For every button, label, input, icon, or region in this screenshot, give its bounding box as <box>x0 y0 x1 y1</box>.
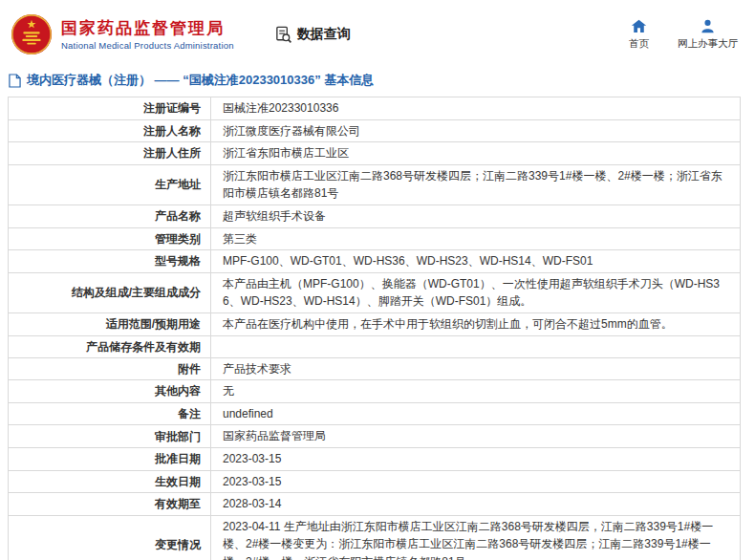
nav-home[interactable]: 首页 <box>629 18 649 51</box>
table-row: 型号规格 MPF-G100、WD-GT01、WD-HS36、WD-HS23、WD… <box>9 250 741 273</box>
nav-hall-label: 网上办事大厅 <box>678 37 738 51</box>
table-row: 适用范围/预期用途 本产品在医疗机构中使用，在手术中用于软组织的切割止血，可闭合… <box>9 312 741 335</box>
row-value: MPF-G100、WD-GT01、WD-HS36、WD-HS23、WD-HS14… <box>211 250 741 273</box>
row-value: 2023-03-15 <box>211 470 741 493</box>
org-names: 国家药品监督管理局 National Medical Products Admi… <box>61 18 234 50</box>
row-label-text: 审批部门 <box>155 430 201 443</box>
row-label-text: 生产地址 <box>155 178 201 191</box>
table-row: 批准日期 2023-03-15 <box>9 447 741 470</box>
row-value: 浙江省东阳市横店工业区 <box>211 142 741 165</box>
row-label: 备注 <box>9 402 211 425</box>
row-value: 国械注准20233010336 <box>211 97 741 120</box>
row-value: 浙江微度医疗器械有限公司 <box>211 119 741 142</box>
row-label: 有效期至 <box>9 493 211 516</box>
table-row: 注册人名称 浙江微度医疗器械有限公司 <box>9 119 741 142</box>
data-query-icon <box>274 26 292 44</box>
row-label: 附件 <box>9 357 211 380</box>
row-label: 产品名称 <box>9 205 211 227</box>
home-icon <box>631 18 647 34</box>
row-value: 本产品由主机（MPF-G100）、换能器（WD-GT01）、一次性使用超声软组织… <box>211 272 741 312</box>
table-row: 有效期至 2028-03-14 <box>9 493 741 516</box>
table-row: 生产地址 浙江东阳市横店工业区江南二路368号研发楼四层；江南二路339号1#楼… <box>9 164 741 205</box>
document-icon <box>9 74 21 88</box>
row-label-text: 其他内容 <box>155 384 201 398</box>
row-label: 注册人名称 <box>9 119 211 142</box>
info-table-body: 注册证编号 国械注准20233010336 注册人名称 浙江微度医疗器械有限公司… <box>9 97 741 560</box>
row-value: 本产品在医疗机构中使用，在手术中用于软组织的切割止血，可闭合不超过5mm的血管。 <box>211 312 741 335</box>
row-label-text: 型号规格 <box>155 254 201 268</box>
row-label-text: 生效日期 <box>155 475 201 488</box>
data-query-label: 数据查询 <box>297 26 351 43</box>
row-value <box>211 335 741 357</box>
page-title-bar: 境内医疗器械（注册） —— “国械注准20233010336” 基本信息 <box>0 65 755 95</box>
table-row: 产品储存条件及有效期 <box>9 335 741 357</box>
row-value: 产品技术要求 <box>211 357 741 380</box>
row-value: 第三类 <box>211 227 741 250</box>
table-row: 变更情况 2023-04-11 生产地址由浙江东阳市横店工业区江南二路368号研… <box>9 515 741 560</box>
table-row: 审批部门 国家药品监督管理局 <box>9 425 741 448</box>
row-label: 注册人住所 <box>9 142 211 165</box>
row-value: 国家药品监督管理局 <box>211 425 741 448</box>
table-row: 注册人住所 浙江省东阳市横店工业区 <box>9 142 741 165</box>
table-row: 生效日期 2023-03-15 <box>9 470 741 493</box>
row-label: 型号规格 <box>9 250 211 273</box>
row-label-text: 结构及组成/主要组成成分 <box>72 286 201 299</box>
row-value: undefined <box>211 402 741 425</box>
table-row: 注册证编号 国械注准20233010336 <box>9 97 741 120</box>
row-label: 生产地址 <box>9 164 211 205</box>
row-value: 浙江东阳市横店工业区江南二路368号研发楼四层；江南二路339号1#楼一楼、2#… <box>211 164 741 205</box>
row-label: 管理类别 <box>9 227 211 250</box>
row-value: 超声软组织手术设备 <box>211 205 741 227</box>
row-value: 2023-03-15 <box>211 447 741 470</box>
row-label-text: 备注 <box>178 407 201 420</box>
row-label: 其他内容 <box>9 380 211 403</box>
row-label-text: 产品储存条件及有效期 <box>86 340 201 354</box>
table-row: 附件 产品技术要求 <box>9 357 741 380</box>
table-row: 其他内容 无 <box>9 380 741 403</box>
row-label-text: 注册人住所 <box>143 146 201 160</box>
person-icon <box>700 18 716 34</box>
nav-home-label: 首页 <box>629 37 649 51</box>
row-label-text: 注册人名称 <box>143 124 201 138</box>
nmpa-emblem-logo <box>10 12 54 56</box>
nav-data-query[interactable]: 数据查询 <box>274 26 351 44</box>
row-label-text: 批准日期 <box>155 452 201 465</box>
row-label-text: 管理类别 <box>155 232 201 246</box>
table-row: 备注 undefined <box>9 402 741 425</box>
row-label-text: 有效期至 <box>155 497 201 510</box>
row-value: 2023-04-11 生产地址由浙江东阳市横店工业区江南二路368号研发楼四层，… <box>211 515 741 560</box>
row-label: 注册证编号 <box>9 97 211 120</box>
row-label-text: 变更情况 <box>155 538 201 551</box>
org-name-en: National Medical Products Administration <box>61 40 234 51</box>
row-label-text: 产品名称 <box>155 209 201 223</box>
row-label: 变更情况 <box>9 515 211 560</box>
site-header: 国家药品监督管理局 National Medical Products Admi… <box>0 0 755 65</box>
row-label: 审批部门 <box>9 425 211 448</box>
table-row: 结构及组成/主要组成成分 本产品由主机（MPF-G100）、换能器（WD-GT0… <box>9 272 741 312</box>
row-value: 无 <box>211 380 741 403</box>
table-row: 产品名称 超声软组织手术设备 <box>9 205 741 227</box>
table-row: 管理类别 第三类 <box>9 227 741 250</box>
row-label-text: 适用范围/预期用途 <box>106 317 201 331</box>
row-value: 2028-03-14 <box>211 493 741 516</box>
nav-service-hall[interactable]: 网上办事大厅 <box>678 18 738 51</box>
row-label: 产品储存条件及有效期 <box>9 335 211 357</box>
row-label: 结构及组成/主要组成成分 <box>9 272 211 312</box>
row-label-text: 注册证编号 <box>143 101 201 115</box>
page-title: 境内医疗器械（注册） —— “国械注准20233010336” 基本信息 <box>27 72 374 89</box>
row-label: 适用范围/预期用途 <box>9 312 211 335</box>
header-right-nav: 首页 网上办事大厅 <box>629 18 738 51</box>
org-name-cn: 国家药品监督管理局 <box>61 18 234 39</box>
row-label-text: 附件 <box>178 362 201 376</box>
row-label: 生效日期 <box>9 470 211 493</box>
registration-info-table: 注册证编号 国械注准20233010336 注册人名称 浙江微度医疗器械有限公司… <box>8 97 741 560</box>
row-label: 批准日期 <box>9 447 211 470</box>
